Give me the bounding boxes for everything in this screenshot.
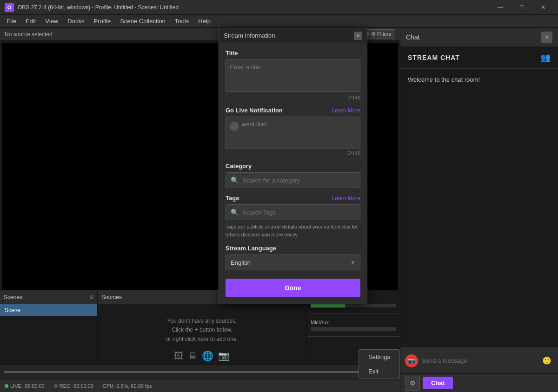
- menu-profile[interactable]: Profile: [89, 16, 115, 26]
- notification-box: went live!: [226, 117, 360, 149]
- tags-helper-text: Tags are publicly shared details about y…: [226, 223, 360, 238]
- tags-search-field[interactable]: 🔍: [226, 204, 360, 220]
- sources-empty-msg: You don't have any sources. Click the + …: [157, 307, 247, 372]
- stream-info-dialog: Stream Information ✕ Title 0/140 Go Live…: [219, 28, 367, 304]
- mixer-mic-label: Mic/Aux: [311, 320, 396, 325]
- notification-learn-more[interactable]: Learn More: [332, 107, 360, 114]
- title-label: Title: [226, 50, 360, 57]
- title-input[interactable]: [226, 59, 360, 92]
- stream-chat-title: STREAM CHAT: [408, 54, 460, 61]
- settings-popup: Settings Exit: [359, 349, 400, 379]
- live-label: LIVE:: [10, 383, 23, 389]
- chat-title-input[interactable]: [406, 33, 541, 41]
- tags-search-icon: 🔍: [231, 209, 239, 216]
- volume-controls: 🔊 ⚙: [0, 364, 400, 379]
- settings-popup-item[interactable]: Settings: [359, 350, 399, 364]
- chat-footer: ⚙ Chat: [400, 373, 558, 392]
- exit-popup-item[interactable]: Exit: [359, 364, 399, 379]
- stream-chat-header: STREAM CHAT 👥: [400, 46, 558, 69]
- cpu-status: CPU: 0.6%, 60.00 fps: [103, 383, 152, 389]
- live-dot-icon: [5, 384, 8, 388]
- volume-slider[interactable]: [4, 371, 375, 373]
- chat-input-area: 📷 🙂: [400, 347, 558, 373]
- menubar: File Edit View Docks Profile Scene Colle…: [0, 15, 558, 28]
- camera-icon: 📷: [405, 354, 418, 367]
- emoji-button[interactable]: 🙂: [540, 354, 553, 367]
- tags-label-row: Tags Learn More: [226, 195, 360, 202]
- message-input[interactable]: [422, 357, 537, 364]
- scenes-expand-icon: ⊞: [90, 294, 93, 300]
- notification-text: went live!: [242, 121, 267, 128]
- menu-tools[interactable]: Tools: [170, 16, 193, 26]
- category-search-field[interactable]: 🔍: [226, 172, 360, 188]
- source-type-icons: 🖼 🖥 🌐 📷: [166, 348, 238, 363]
- menu-view[interactable]: View: [40, 16, 63, 26]
- notification-charcount: 0/140: [226, 150, 360, 156]
- welcome-message: Welcome to the chat room!: [408, 76, 480, 83]
- chat-settings-button[interactable]: ⚙: [405, 376, 420, 391]
- camera-icon-symbol: 📷: [408, 357, 415, 364]
- rec-label: REC:: [60, 383, 72, 389]
- rec-status: REC: 00:00:00: [54, 383, 93, 389]
- titlebar: O OBS 27.2.4 (64-bit, windows) - Profile…: [0, 0, 558, 15]
- obs-icon-text: O: [7, 5, 12, 10]
- language-label: Stream Language: [226, 245, 360, 252]
- chat-close-button[interactable]: ✕: [541, 32, 552, 43]
- menu-file[interactable]: File: [2, 16, 21, 26]
- statusbar: LIVE: 00:00:00 REC: 00:00:00 CPU: 0.6%, …: [0, 379, 400, 392]
- tags-input[interactable]: [242, 209, 355, 216]
- rec-time: 00:00:00: [73, 383, 93, 389]
- notification-label: Go Live Notification: [226, 107, 283, 114]
- gear-icon: ⚙: [410, 379, 416, 387]
- window-controls: — ☐ ✕: [490, 1, 553, 14]
- category-label: Category: [226, 163, 360, 170]
- tags-label: Tags: [226, 195, 239, 202]
- menu-docks[interactable]: Docks: [63, 16, 89, 26]
- dialog-title: Stream Information: [224, 32, 354, 39]
- scenes-header: Scenes ⊞: [0, 290, 97, 304]
- browser-source-icon: 🌐: [202, 348, 213, 363]
- main-content: No source selected ⚙ ⚙ Properties ⚙ ⚙ Fi…: [0, 28, 558, 392]
- camera-source-icon: 📷: [218, 348, 230, 363]
- chat-topbar: ✕: [400, 28, 558, 46]
- window-title: OBS 27.2.4 (64-bit, windows) - Profile: …: [18, 4, 490, 11]
- dialog-body: Title 0/140 Go Live Notification Learn M…: [219, 43, 367, 304]
- image-source-icon: 🖼: [174, 348, 183, 363]
- language-select[interactable]: English ▼: [226, 255, 360, 270]
- title-charcount: 0/140: [226, 95, 360, 100]
- chat-messages: Welcome to the chat room!: [400, 69, 558, 347]
- notification-avatar: [230, 122, 239, 131]
- live-time: 00:00:00: [25, 383, 45, 389]
- sources-label: Sources: [101, 294, 122, 301]
- tags-learn-more[interactable]: Learn More: [332, 195, 360, 202]
- dialog-close-button[interactable]: ✕: [354, 32, 362, 40]
- obs-logo-icon: O: [5, 3, 14, 12]
- category-input[interactable]: [242, 177, 355, 184]
- done-button[interactable]: Done: [226, 279, 360, 297]
- live-status: LIVE: 00:00:00: [5, 383, 45, 389]
- scenes-label: Scenes: [4, 294, 22, 301]
- chevron-down-icon: ▼: [350, 260, 355, 265]
- scene-item[interactable]: Scene: [0, 304, 97, 316]
- menu-help[interactable]: Help: [193, 16, 215, 26]
- category-search-icon: 🔍: [231, 176, 239, 184]
- menu-edit[interactable]: Edit: [21, 16, 40, 26]
- chat-send-button[interactable]: Chat: [423, 377, 453, 389]
- maximize-button[interactable]: ☐: [512, 1, 532, 14]
- minimize-button[interactable]: —: [490, 1, 511, 14]
- dialog-titlebar: Stream Information ✕: [219, 28, 367, 43]
- menu-scene-collection[interactable]: Scene Collection: [115, 16, 170, 26]
- users-icon: 👥: [540, 52, 551, 63]
- display-source-icon: 🖥: [188, 348, 197, 363]
- chat-panel: ✕ STREAM CHAT 👥 Welcome to the chat room…: [400, 28, 558, 392]
- no-source-label: No source selected: [5, 31, 53, 38]
- rec-dot-icon: [54, 384, 58, 388]
- notification-label-row: Go Live Notification Learn More: [226, 107, 360, 114]
- close-button[interactable]: ✕: [533, 1, 553, 14]
- mic-volume-bar: [311, 327, 396, 331]
- language-value: English: [231, 259, 251, 266]
